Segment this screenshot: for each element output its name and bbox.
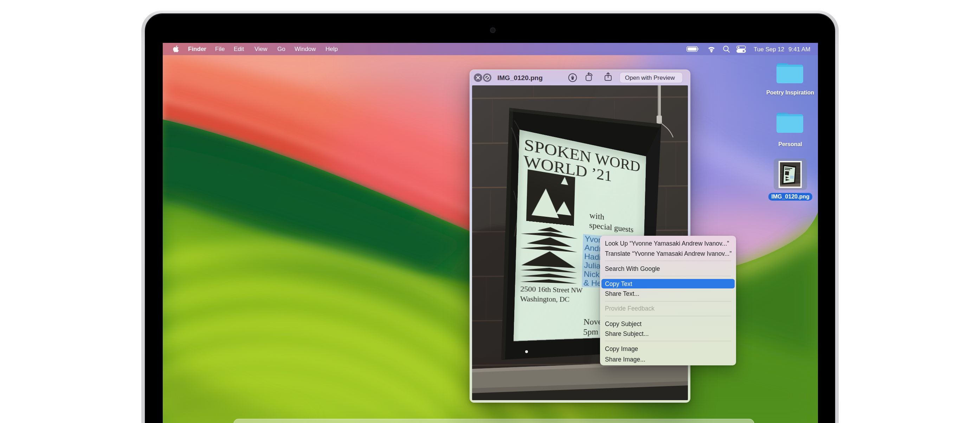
- svg-text:9:41 AM: 9:41 AM: [788, 46, 810, 53]
- svg-text:Open with Preview: Open with Preview: [625, 75, 675, 81]
- svg-text:IMG_0120.png: IMG_0120.png: [497, 74, 543, 81]
- svg-text:Tue Sep 12: Tue Sep 12: [754, 46, 784, 53]
